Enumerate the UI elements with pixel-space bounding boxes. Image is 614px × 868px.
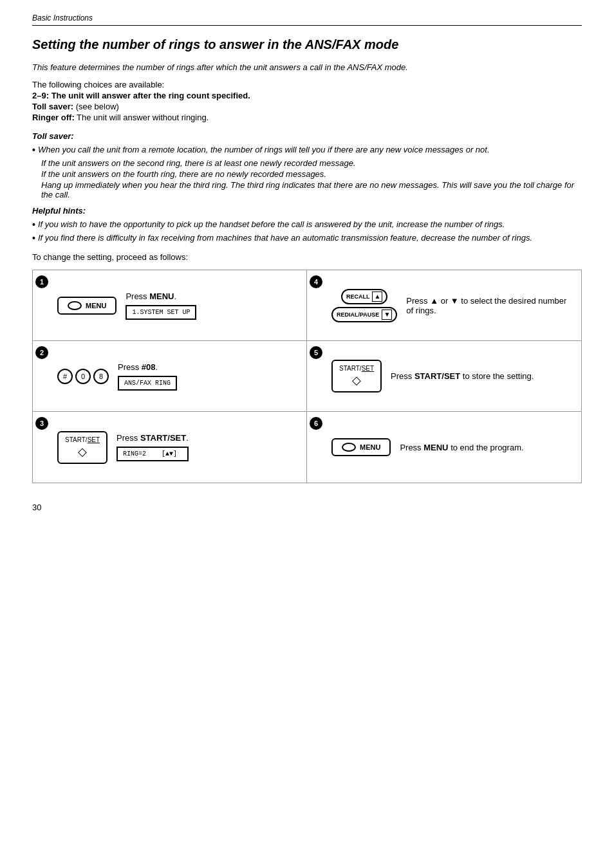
step-1-lcd: 1.SYSTEM SET UP (126, 305, 196, 320)
helpful-heading: Helpful hints: (32, 206, 582, 216)
step-4-text: Press ▲ or ▼ to select the desired numbe… (406, 296, 575, 315)
choices-heading: The following choices are available: (32, 80, 582, 89)
recall-button[interactable]: RECALL ▲ REDIAL/PAUSE ▼ (331, 289, 397, 322)
toll-saver-heading: Toll saver: (32, 131, 582, 141)
choice-toll: Toll saver: (see below) (32, 102, 582, 111)
step-6-number: 6 (310, 417, 322, 430)
step-6-text: Press MENU to end the program. (400, 443, 523, 452)
toll-saver-section: Toll saver: • When you call the unit fro… (32, 131, 582, 199)
step-3-number: 3 (35, 417, 48, 430)
header-section: Basic Instructions (32, 13, 582, 26)
page-title: Setting the number of rings to answer in… (32, 37, 582, 52)
step-1-text: Press MENU. 1.SYSTEM SET UP (126, 291, 196, 320)
step-1-number: 1 (35, 275, 48, 288)
oval-shape (68, 301, 82, 310)
step-5-visual: START/SET ◇ (331, 360, 382, 392)
eight-button[interactable]: 8 (93, 369, 109, 384)
helpful-bullet-1: • If you wish to have the opportunity to… (32, 219, 582, 230)
start-set-button-3[interactable]: START/SET ◇ (57, 431, 107, 464)
step-2-lcd: ANS/FAX RING (118, 376, 177, 391)
step-5: 5 START/SET ◇ Press START/SET to store t… (307, 341, 581, 412)
step-2-number: 2 (35, 346, 48, 359)
step-4-visual: RECALL ▲ REDIAL/PAUSE ▼ (331, 289, 397, 322)
step-5-text: Press START/SET to store the setting. (391, 371, 534, 381)
step-1-visual: MENU (57, 297, 116, 315)
steps-container: 1 MENU Press MENU. 1.SYSTEM SET UP 4 (32, 270, 582, 483)
toll-sub-1: If the unit answers on the second ring, … (41, 158, 582, 168)
choices-section: The following choices are available: 2–9… (32, 80, 582, 122)
header-label: Basic Instructions (32, 14, 93, 23)
step-2-text: Press #08. ANS/FAX RING (118, 362, 177, 391)
step-3-lcd: RING=2 [▲▼] (116, 447, 189, 461)
step-1: 1 MENU Press MENU. 1.SYSTEM SET UP (33, 270, 307, 341)
choice-ringer: Ringer off: The unit will answer without… (32, 113, 582, 122)
oval-shape-6 (342, 443, 356, 452)
proceed-text: To change the setting, proceed as follow… (32, 252, 582, 262)
hash-button[interactable]: # (57, 369, 73, 384)
step-3: 3 START/SET ◇ Press START/SET. RING=2 [▲… (33, 412, 307, 483)
helpful-hints-section: Helpful hints: • If you wish to have the… (32, 206, 582, 244)
zero-button[interactable]: 0 (75, 369, 91, 384)
helpful-bullet-2: • If you find there is difficulty in fax… (32, 233, 582, 244)
step-5-number: 5 (310, 346, 322, 359)
step-3-text: Press START/SET. RING=2 [▲▼] (116, 433, 189, 461)
toll-sub-2: If the unit answers on the fourth ring, … (41, 169, 582, 179)
step-2-visual: # 0 8 (57, 369, 109, 384)
page-number: 30 (32, 503, 582, 512)
toll-bullet-1: • When you call the unit from a remote l… (32, 145, 582, 156)
step-6: 6 MENU Press MENU to end the program. (307, 412, 581, 483)
choice-2-9: 2–9: The unit will answer after the ring… (32, 91, 582, 100)
menu-button-6[interactable]: MENU (331, 438, 391, 456)
step-4: 4 RECALL ▲ REDIAL/PAUSE ▼ (307, 270, 581, 341)
menu-button[interactable]: MENU (57, 297, 116, 315)
step-3-visual: START/SET ◇ (57, 431, 107, 464)
start-set-button-5[interactable]: START/SET ◇ (331, 360, 382, 392)
hash-08-buttons: # 0 8 (57, 369, 109, 384)
step-6-visual: MENU (331, 438, 391, 456)
intro-text: This feature determines the number of ri… (32, 62, 582, 72)
toll-sub-3: Hang up immediately when you hear the th… (41, 180, 582, 199)
step-2: 2 # 0 8 Press #08. ANS/FAX RING (33, 341, 307, 412)
step-4-number: 4 (310, 275, 322, 288)
